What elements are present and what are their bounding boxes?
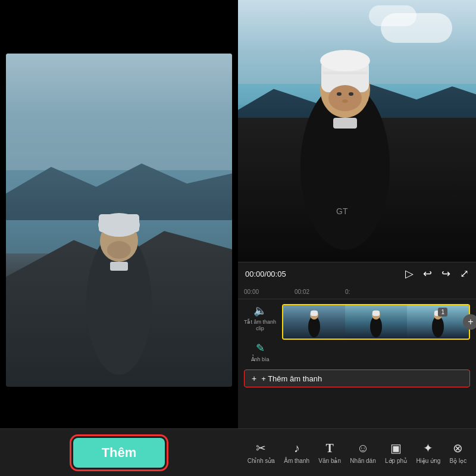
- expand-button[interactable]: ⤢: [460, 267, 469, 280]
- undo-button[interactable]: ↩: [423, 267, 432, 280]
- sticker-icon: ☺: [357, 441, 369, 455]
- svg-point-13: [349, 92, 353, 96]
- controls-bar: 00:00/00:05 ▷ ↩ ↪ ⤢: [238, 262, 476, 285]
- video-strip[interactable]: 1: [282, 304, 470, 340]
- cover-photo-label: Ảnh bìa: [251, 356, 270, 363]
- toolbar-item-audio[interactable]: ♪ Âm thanh: [284, 441, 309, 464]
- controls-icons: ▷ ↩ ↪ ⤢: [405, 267, 469, 280]
- svg-point-14: [342, 99, 348, 103]
- left-panel: [0, 0, 238, 476]
- video-strip-container: 1 +: [282, 304, 470, 340]
- scissors-icon: ✂: [256, 441, 266, 455]
- mute-clip-button[interactable]: 🔈 Tắt âm thanhclip: [244, 304, 276, 332]
- plus-icon: +: [252, 374, 256, 383]
- sticker-label: Nhãn dán: [350, 458, 375, 464]
- left-video-preview: [6, 54, 232, 387]
- them-button-area: Thêm: [0, 438, 238, 468]
- redo-button[interactable]: ↪: [441, 267, 450, 280]
- time-display: 00:00/00:05: [245, 270, 286, 278]
- svg-point-12: [337, 92, 342, 96]
- svg-text:GT: GT: [336, 206, 348, 216]
- speaker-icon: 🔈: [253, 304, 267, 317]
- add-clip-button[interactable]: +: [463, 314, 476, 330]
- mute-clip-label: Tắt âm thanhclip: [244, 319, 276, 332]
- thumb-person-2: [367, 306, 385, 339]
- right-video-preview: GT: [238, 0, 476, 262]
- timeline-mark-end: 0:: [345, 289, 350, 295]
- add-audio-track[interactable]: + + Thêm âm thanh: [244, 369, 470, 387]
- effects-label: Hiệu ứng: [416, 458, 440, 464]
- clip-thumb-1: [283, 305, 345, 339]
- image-icon: ✎: [256, 342, 265, 355]
- bottom-toolbar: Thêm ✂ Chỉnh sửa ♪ Âm thanh T Văn bản ☺ …: [0, 428, 476, 476]
- edit-label: Chỉnh sửa: [248, 458, 275, 464]
- svg-rect-19: [311, 311, 318, 316]
- toolbar-item-filter[interactable]: ⊗ Bộ lọc: [450, 441, 467, 464]
- thumb-person-1: [305, 306, 323, 339]
- clip-action-buttons: 🔈 Tắt âm thanhclip ✎ Ảnh bìa: [244, 304, 276, 362]
- clip-count-badge: 1: [438, 308, 447, 317]
- add-audio-label: + Thêm âm thanh: [261, 374, 322, 383]
- timeline-mark-2: 00:02: [295, 289, 309, 295]
- person-figure-right: GT: [280, 24, 411, 262]
- toolbar-item-text[interactable]: T Văn bản: [318, 441, 341, 464]
- right-toolbar: ✂ Chỉnh sửa ♪ Âm thanh T Văn bản ☺ Nhãn …: [238, 441, 476, 464]
- timeline-mark-0: 00:00: [244, 289, 259, 295]
- right-panel: GT 00:00/00:05 ▷ ↩ ↪ ⤢ 00:00 00:02 0: 🔈: [238, 0, 476, 476]
- svg-rect-22: [372, 311, 380, 316]
- play-button[interactable]: ▷: [405, 267, 414, 280]
- effects-icon: ✦: [423, 441, 433, 455]
- overlay-label: Lớp phủ: [385, 458, 407, 464]
- them-button[interactable]: Thêm: [73, 438, 165, 468]
- timeline-ruler: 00:00 00:02 0:: [238, 285, 476, 299]
- audio-label: Âm thanh: [284, 458, 309, 464]
- clip-thumb-2: [345, 305, 407, 339]
- toolbar-item-edit[interactable]: ✂ Chỉnh sửa: [248, 441, 275, 464]
- svg-rect-15: [333, 118, 357, 129]
- music-icon: ♪: [294, 441, 300, 455]
- filter-label: Bộ lọc: [450, 458, 467, 464]
- svg-point-11: [328, 85, 362, 111]
- toolbar-item-overlay[interactable]: ▣ Lớp phủ: [385, 441, 407, 464]
- video-scene-left: [6, 54, 232, 387]
- text-icon: T: [326, 441, 334, 455]
- svg-rect-10: [322, 71, 368, 74]
- clips-area: 🔈 Tắt âm thanhclip ✎ Ảnh bìa: [238, 299, 476, 367]
- overlay-icon: ▣: [390, 441, 402, 455]
- toolbar-item-effects[interactable]: ✦ Hiệu ứng: [416, 441, 440, 464]
- svg-point-9: [320, 50, 370, 71]
- cover-photo-button[interactable]: ✎ Ảnh bìa: [251, 342, 270, 363]
- toolbar-item-sticker[interactable]: ☺ Nhãn dán: [350, 441, 375, 464]
- filter-icon: ⊗: [453, 441, 463, 455]
- text-label: Văn bản: [318, 458, 341, 464]
